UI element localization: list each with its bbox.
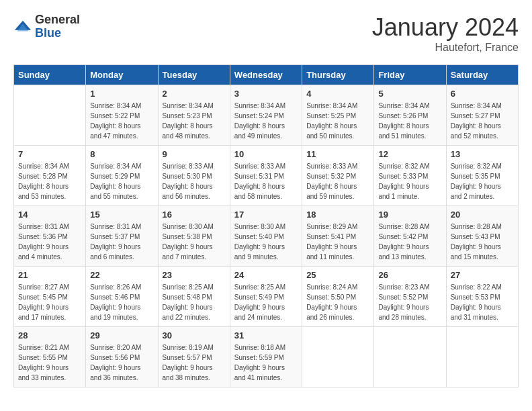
- week-row-1: 1Sunrise: 8:34 AMSunset: 5:22 PMDaylight…: [14, 85, 519, 146]
- day-info: Sunrise: 8:30 AMSunset: 5:38 PMDaylight:…: [163, 222, 226, 262]
- day-info: Sunrise: 8:22 AMSunset: 5:53 PMDaylight:…: [451, 282, 514, 322]
- month-title: January 2024: [372, 13, 519, 42]
- day-number: 19: [378, 210, 441, 220]
- day-number: 2: [163, 89, 226, 99]
- day-number: 31: [234, 330, 298, 340]
- week-row-4: 21Sunrise: 8:27 AMSunset: 5:45 PMDayligh…: [14, 267, 519, 327]
- day-cell: 26Sunrise: 8:23 AMSunset: 5:52 PMDayligh…: [374, 267, 446, 327]
- week-row-5: 28Sunrise: 8:21 AMSunset: 5:55 PMDayligh…: [14, 327, 519, 387]
- day-number: 9: [163, 149, 226, 159]
- day-cell: 5Sunrise: 8:34 AMSunset: 5:26 PMDaylight…: [374, 85, 446, 146]
- day-info: Sunrise: 8:34 AMSunset: 5:26 PMDaylight:…: [378, 101, 441, 141]
- logo-general-text: General: [35, 13, 80, 27]
- day-number: 10: [234, 149, 298, 159]
- weekday-header-tuesday: Tuesday: [158, 65, 230, 85]
- day-info: Sunrise: 8:31 AMSunset: 5:36 PMDaylight:…: [18, 222, 81, 262]
- day-cell: 21Sunrise: 8:27 AMSunset: 5:45 PMDayligh…: [14, 267, 86, 327]
- weekday-header-wednesday: Wednesday: [230, 65, 302, 85]
- day-cell: 14Sunrise: 8:31 AMSunset: 5:36 PMDayligh…: [14, 206, 86, 267]
- day-info: Sunrise: 8:34 AMSunset: 5:25 PMDaylight:…: [306, 101, 369, 141]
- day-number: 5: [378, 89, 441, 99]
- day-info: Sunrise: 8:32 AMSunset: 5:33 PMDaylight:…: [378, 161, 441, 201]
- day-cell: 31Sunrise: 8:18 AMSunset: 5:59 PMDayligh…: [230, 327, 302, 387]
- day-cell: 27Sunrise: 8:22 AMSunset: 5:53 PMDayligh…: [446, 267, 518, 327]
- day-cell: 25Sunrise: 8:24 AMSunset: 5:50 PMDayligh…: [302, 267, 374, 327]
- day-number: 12: [378, 149, 441, 159]
- day-number: 17: [234, 210, 298, 220]
- day-info: Sunrise: 8:34 AMSunset: 5:23 PMDaylight:…: [163, 101, 226, 141]
- day-cell: 7Sunrise: 8:34 AMSunset: 5:28 PMDaylight…: [14, 146, 86, 206]
- logo: General Blue: [13, 13, 80, 40]
- day-cell: 15Sunrise: 8:31 AMSunset: 5:37 PMDayligh…: [86, 206, 158, 267]
- day-cell: 1Sunrise: 8:34 AMSunset: 5:22 PMDaylight…: [86, 85, 158, 146]
- day-number: 18: [306, 210, 369, 220]
- day-cell: 2Sunrise: 8:34 AMSunset: 5:23 PMDaylight…: [158, 85, 230, 146]
- day-cell: [374, 327, 446, 387]
- day-number: 8: [90, 149, 153, 159]
- day-cell: 24Sunrise: 8:25 AMSunset: 5:49 PMDayligh…: [230, 267, 302, 327]
- weekday-header-thursday: Thursday: [302, 65, 374, 85]
- day-cell: 17Sunrise: 8:30 AMSunset: 5:40 PMDayligh…: [230, 206, 302, 267]
- day-cell: 8Sunrise: 8:34 AMSunset: 5:29 PMDaylight…: [86, 146, 158, 206]
- day-info: Sunrise: 8:33 AMSunset: 5:31 PMDaylight:…: [234, 161, 298, 201]
- day-cell: 20Sunrise: 8:28 AMSunset: 5:43 PMDayligh…: [446, 206, 518, 267]
- day-number: 24: [234, 270, 298, 280]
- day-info: Sunrise: 8:23 AMSunset: 5:52 PMDaylight:…: [378, 282, 441, 322]
- day-cell: 28Sunrise: 8:21 AMSunset: 5:55 PMDayligh…: [14, 327, 86, 387]
- day-info: Sunrise: 8:29 AMSunset: 5:41 PMDaylight:…: [306, 222, 369, 262]
- day-cell: [14, 85, 86, 146]
- day-cell: 11Sunrise: 8:33 AMSunset: 5:32 PMDayligh…: [302, 146, 374, 206]
- day-cell: 10Sunrise: 8:33 AMSunset: 5:31 PMDayligh…: [230, 146, 302, 206]
- title-block: January 2024 Hautefort, France: [372, 13, 519, 54]
- day-cell: [302, 327, 374, 387]
- day-info: Sunrise: 8:21 AMSunset: 5:55 PMDaylight:…: [18, 342, 81, 383]
- day-number: 4: [306, 89, 369, 99]
- day-cell: 12Sunrise: 8:32 AMSunset: 5:33 PMDayligh…: [374, 146, 446, 206]
- day-number: 14: [18, 210, 81, 220]
- weekday-header-friday: Friday: [374, 65, 446, 85]
- day-cell: 19Sunrise: 8:28 AMSunset: 5:42 PMDayligh…: [374, 206, 446, 267]
- day-cell: 9Sunrise: 8:33 AMSunset: 5:30 PMDaylight…: [158, 146, 230, 206]
- day-info: Sunrise: 8:34 AMSunset: 5:22 PMDaylight:…: [90, 101, 153, 141]
- day-cell: 29Sunrise: 8:20 AMSunset: 5:56 PMDayligh…: [86, 327, 158, 387]
- calendar-table: SundayMondayTuesdayWednesdayThursdayFrid…: [13, 64, 519, 387]
- location-text: Hautefort, France: [372, 42, 519, 54]
- day-number: 25: [306, 270, 369, 280]
- weekday-header-saturday: Saturday: [446, 65, 518, 85]
- day-cell: 3Sunrise: 8:34 AMSunset: 5:24 PMDaylight…: [230, 85, 302, 146]
- day-info: Sunrise: 8:32 AMSunset: 5:35 PMDaylight:…: [451, 161, 514, 201]
- day-cell: 4Sunrise: 8:34 AMSunset: 5:25 PMDaylight…: [302, 85, 374, 146]
- day-number: 16: [163, 210, 226, 220]
- day-cell: [446, 327, 518, 387]
- weekday-header-sunday: Sunday: [14, 65, 86, 85]
- day-cell: 13Sunrise: 8:32 AMSunset: 5:35 PMDayligh…: [446, 146, 518, 206]
- day-cell: 16Sunrise: 8:30 AMSunset: 5:38 PMDayligh…: [158, 206, 230, 267]
- day-info: Sunrise: 8:34 AMSunset: 5:24 PMDaylight:…: [234, 101, 298, 141]
- day-number: 29: [90, 330, 153, 340]
- day-info: Sunrise: 8:20 AMSunset: 5:56 PMDaylight:…: [90, 342, 153, 383]
- day-info: Sunrise: 8:28 AMSunset: 5:42 PMDaylight:…: [378, 222, 441, 262]
- day-number: 28: [18, 330, 81, 340]
- page-header: General Blue January 2024 Hautefort, Fra…: [13, 13, 519, 54]
- day-info: Sunrise: 8:24 AMSunset: 5:50 PMDaylight:…: [306, 282, 369, 322]
- logo-icon: [13, 17, 32, 36]
- day-cell: 23Sunrise: 8:25 AMSunset: 5:48 PMDayligh…: [158, 267, 230, 327]
- day-info: Sunrise: 8:28 AMSunset: 5:43 PMDaylight:…: [451, 222, 514, 262]
- day-number: 15: [90, 210, 153, 220]
- day-info: Sunrise: 8:25 AMSunset: 5:49 PMDaylight:…: [234, 282, 298, 322]
- day-number: 30: [163, 330, 226, 340]
- day-number: 7: [18, 149, 81, 159]
- day-info: Sunrise: 8:33 AMSunset: 5:30 PMDaylight:…: [163, 161, 226, 201]
- day-number: 3: [234, 89, 298, 99]
- week-row-2: 7Sunrise: 8:34 AMSunset: 5:28 PMDaylight…: [14, 146, 519, 206]
- day-cell: 30Sunrise: 8:19 AMSunset: 5:57 PMDayligh…: [158, 327, 230, 387]
- day-info: Sunrise: 8:33 AMSunset: 5:32 PMDaylight:…: [306, 161, 369, 201]
- day-number: 13: [451, 149, 514, 159]
- day-info: Sunrise: 8:18 AMSunset: 5:59 PMDaylight:…: [234, 342, 298, 383]
- day-info: Sunrise: 8:34 AMSunset: 5:27 PMDaylight:…: [451, 101, 514, 141]
- logo-blue-text: Blue: [35, 27, 80, 40]
- day-number: 26: [378, 270, 441, 280]
- week-row-3: 14Sunrise: 8:31 AMSunset: 5:36 PMDayligh…: [14, 206, 519, 267]
- day-info: Sunrise: 8:31 AMSunset: 5:37 PMDaylight:…: [90, 222, 153, 262]
- day-number: 20: [451, 210, 514, 220]
